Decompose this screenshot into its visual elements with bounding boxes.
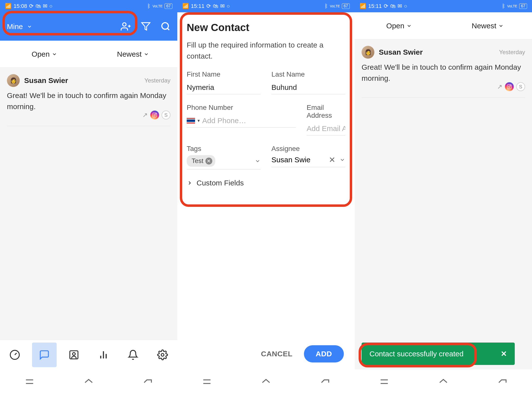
last-name-input[interactable] xyxy=(271,81,345,94)
svg-point-7 xyxy=(154,114,156,116)
recent-apps-icon[interactable] xyxy=(201,376,212,387)
chevron-down-icon xyxy=(52,51,57,57)
store-icon: 🛍 xyxy=(35,3,41,9)
bottom-tabs xyxy=(0,340,177,369)
custom-fields-toggle[interactable]: Custom Fields xyxy=(187,179,345,187)
svg-point-15 xyxy=(161,353,164,356)
tab-notifications[interactable] xyxy=(121,343,145,367)
avatar: 👩 xyxy=(7,74,20,87)
mail-icon: ✉ xyxy=(398,3,402,9)
wifi-icon: ⟳ xyxy=(29,3,33,9)
signal-icon: 📶 xyxy=(360,3,366,9)
svg-point-8 xyxy=(156,114,156,114)
status-bar: 📶 15:11 ⟳ 🛍 ✉ ○ ᛒ VoLTE 67 xyxy=(355,0,532,12)
back-icon[interactable] xyxy=(142,376,153,387)
system-nav xyxy=(355,369,532,394)
clear-icon[interactable]: ✕ xyxy=(329,155,335,164)
mail-icon: ✉ xyxy=(43,3,47,9)
conversation-list: 👩 Susan Swier Yesterday Great! We'll be … xyxy=(355,39,532,394)
filter-chip-mine[interactable]: Mine xyxy=(7,22,115,31)
volte-icon: VoLTE xyxy=(152,4,163,8)
close-icon[interactable]: ✕ xyxy=(501,349,507,358)
tab-settings[interactable] xyxy=(150,343,175,367)
timestamp: Yesterday xyxy=(499,49,525,56)
email-input[interactable] xyxy=(307,122,345,135)
search-icon[interactable] xyxy=(161,21,170,31)
filter-open[interactable]: Open xyxy=(0,50,89,58)
store-icon: 🛍 xyxy=(213,3,218,9)
success-toast: Contact successfully created ✕ xyxy=(362,343,515,365)
filter-newest[interactable]: Newest xyxy=(89,50,177,58)
instagram-icon xyxy=(150,111,159,119)
message-preview: Great! We'll be in touch to confirm agai… xyxy=(362,62,525,84)
recent-apps-icon[interactable] xyxy=(379,376,390,387)
home-icon[interactable] xyxy=(261,376,271,387)
back-icon[interactable] xyxy=(320,376,331,387)
tab-messages[interactable] xyxy=(32,343,57,367)
assignee-badge: S xyxy=(162,111,170,119)
tab-reports[interactable] xyxy=(91,343,116,367)
chevron-down-icon[interactable] xyxy=(339,157,345,163)
dot-icon: ○ xyxy=(49,3,52,9)
remove-tag-icon[interactable]: ✕ xyxy=(205,158,212,164)
chevron-down-icon[interactable]: ▾ xyxy=(198,118,200,123)
svg-point-22 xyxy=(510,85,511,86)
mail-icon: ✉ xyxy=(220,3,225,9)
chevron-down-icon xyxy=(27,24,32,29)
back-icon[interactable] xyxy=(497,376,508,387)
status-time: 15:08 xyxy=(14,3,27,9)
recent-apps-icon[interactable] xyxy=(24,376,35,387)
assignee-label: Assignee xyxy=(271,145,345,153)
tag-chip[interactable]: Test ✕ xyxy=(187,155,215,167)
message-preview: Great! We'll be in touch to confirm agai… xyxy=(7,90,170,112)
filter-icon[interactable] xyxy=(141,21,151,31)
tab-dashboard[interactable] xyxy=(2,343,27,367)
status-bar: 📶 15:11 ⟳ 🛍 ✉ ○ ᛒ VoLTE 67 xyxy=(177,0,355,12)
battery-icon: 67 xyxy=(165,3,172,9)
home-icon[interactable] xyxy=(83,376,94,387)
assignee-badge: S xyxy=(516,82,525,91)
filter-label: Mine xyxy=(7,22,23,31)
country-flag-icon[interactable] xyxy=(187,118,195,123)
cancel-button[interactable]: CANCEL xyxy=(261,350,293,358)
tags-label: Tags xyxy=(187,145,261,153)
conversation-item[interactable]: 👩 Susan Swier Yesterday Great! We'll be … xyxy=(7,68,170,126)
phone-input[interactable] xyxy=(202,114,296,127)
wifi-icon: ⟳ xyxy=(206,3,211,9)
conversation-item[interactable]: 👩 Susan Swier Yesterday Great! We'll be … xyxy=(362,39,525,98)
signal-icon: 📶 xyxy=(5,3,12,9)
first-name-input[interactable] xyxy=(187,81,261,94)
phone-label: Phone Number xyxy=(187,104,296,112)
modal-title: New Contact xyxy=(187,22,345,33)
svg-point-4 xyxy=(162,23,168,29)
conversation-list: 👩 Susan Swier Yesterday Great! We'll be … xyxy=(0,68,177,340)
filter-newest[interactable]: Newest xyxy=(443,22,532,30)
filter-open[interactable]: Open xyxy=(355,22,443,30)
system-nav xyxy=(0,369,177,394)
status-time: 15:11 xyxy=(368,3,382,9)
add-button[interactable]: ADD xyxy=(304,345,344,362)
bluetooth-icon: ᛒ xyxy=(502,3,505,9)
last-name-label: Last Name xyxy=(271,70,345,78)
chevron-right-icon xyxy=(187,180,193,186)
volte-icon: VoLTE xyxy=(507,4,517,8)
status-bar: 📶 15:08 ⟳ 🛍 ✉ ○ ᛒ VoLTE 67 xyxy=(0,0,177,12)
chevron-down-icon xyxy=(498,23,504,29)
signal-icon: 📶 xyxy=(182,3,189,9)
assignee-select[interactable]: Susan Swie ✕ xyxy=(271,155,345,167)
add-contact-icon[interactable] xyxy=(121,21,131,32)
outgoing-icon: ↗ xyxy=(497,83,502,91)
first-name-label: First Name xyxy=(187,70,261,78)
wifi-icon: ⟳ xyxy=(384,3,388,9)
toast-message: Contact successfully created xyxy=(369,350,464,358)
status-time: 15:11 xyxy=(191,3,204,9)
bluetooth-icon: ᛒ xyxy=(325,3,328,9)
bluetooth-icon: ᛒ xyxy=(147,3,150,9)
dot-icon: ○ xyxy=(227,3,230,9)
new-contact-modal: New Contact Fill up the required informa… xyxy=(177,12,355,338)
home-icon[interactable] xyxy=(438,376,449,387)
chevron-down-icon[interactable] xyxy=(255,158,261,164)
store-icon: 🛍 xyxy=(390,3,396,9)
tab-contacts[interactable] xyxy=(62,343,86,367)
filter-bar: Open Newest xyxy=(355,12,532,39)
